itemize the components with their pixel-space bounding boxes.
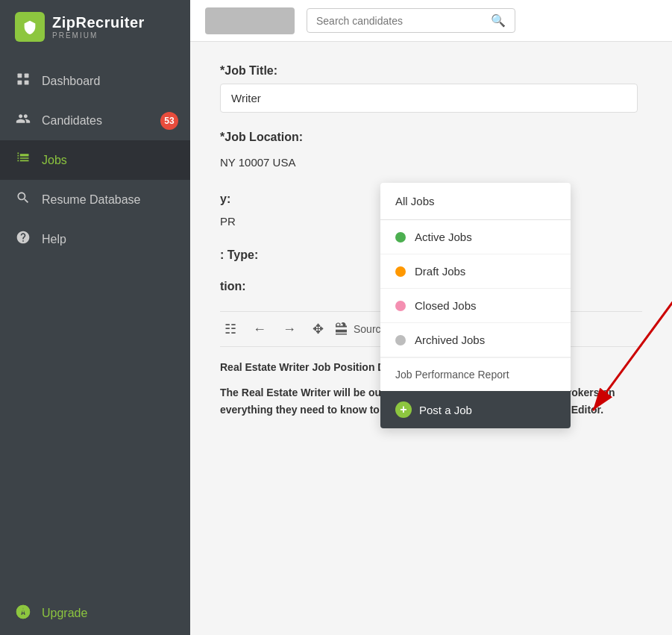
toolbar-back-icon[interactable]: ← <box>248 319 271 340</box>
job-title-label: *Job Title: <box>220 64 642 78</box>
candidates-badge: 53 <box>160 112 178 130</box>
dropdown-performance[interactable]: Job Performance Report <box>380 357 571 391</box>
logo-name: ZipRecruiter <box>52 14 145 31</box>
svg-rect-1 <box>25 74 29 78</box>
draft-jobs-label: Draft Jobs <box>415 265 465 278</box>
sidebar-item-candidates[interactable]: Candidates 53 <box>0 101 190 140</box>
dropdown-active-jobs[interactable]: Active Jobs <box>380 220 571 254</box>
dropdown-draft-jobs[interactable]: Draft Jobs <box>380 254 571 289</box>
closed-jobs-dot <box>395 301 406 311</box>
main-area: 🔍 *Job Title: Writer *Job Location: NY 1… <box>190 0 672 635</box>
job-location-label: *Job Location: <box>220 131 642 144</box>
toolbar-forward-icon[interactable]: → <box>278 319 301 340</box>
post-job-label: Post a Job <box>419 404 472 416</box>
sidebar-logo: ZipRecruiter PREMIUM <box>0 0 190 54</box>
sidebar-item-dashboard[interactable]: Dashboard <box>0 61 190 101</box>
dropdown-archived-jobs[interactable]: Archived Jobs <box>380 323 571 357</box>
sidebar-item-resume-database[interactable]: Resume Database <box>0 180 190 219</box>
jobs-dropdown[interactable]: All Jobs Active Jobs Draft Jobs Closed J… <box>380 183 571 428</box>
logo-tier: PREMIUM <box>52 31 145 40</box>
closed-jobs-label: Closed Jobs <box>415 299 477 312</box>
upgrade-icon <box>15 604 31 623</box>
dropdown-all-jobs[interactable]: All Jobs <box>380 183 571 220</box>
sidebar-item-dashboard-label: Dashboard <box>42 75 100 88</box>
archived-jobs-label: Archived Jobs <box>415 334 485 346</box>
sidebar: ZipRecruiter PREMIUM Dashboard Candidate… <box>0 0 190 635</box>
sidebar-item-help-label: Help <box>42 233 66 246</box>
svg-rect-3 <box>25 81 29 85</box>
sidebar-item-resume-database-label: Resume Database <box>42 193 141 207</box>
job-location-value: NY 10007 USA <box>220 150 642 175</box>
dropdown-post-job[interactable]: + Post a Job <box>380 391 571 428</box>
toolbar-expand-icon[interactable]: ✥ <box>308 318 328 340</box>
jobs-icon <box>15 151 31 169</box>
header: 🔍 <box>190 0 672 42</box>
archived-jobs-dot <box>395 335 406 345</box>
toolbar-list-icon[interactable]: ☷ <box>220 318 241 340</box>
svg-rect-2 <box>18 81 22 85</box>
help-icon <box>15 230 31 248</box>
job-location-section: *Job Location: NY 10007 USA <box>220 131 642 175</box>
sidebar-item-candidates-label: Candidates <box>42 114 102 128</box>
sidebar-nav: Dashboard Candidates 53 Jobs Resume Data… <box>0 54 190 592</box>
sidebar-upgrade[interactable]: Upgrade <box>0 592 190 635</box>
dropdown-closed-jobs[interactable]: Closed Jobs <box>380 289 571 323</box>
active-jobs-dot <box>395 232 406 243</box>
job-title-value[interactable]: Writer <box>220 84 638 113</box>
candidates-icon <box>15 111 31 130</box>
header-action-button[interactable] <box>205 7 295 34</box>
logo-text: ZipRecruiter PREMIUM <box>52 14 145 40</box>
active-jobs-label: Active Jobs <box>415 231 472 243</box>
draft-jobs-dot <box>395 266 406 277</box>
source-button[interactable]: Source <box>336 322 386 336</box>
upgrade-label: Upgrade <box>42 607 87 620</box>
dashboard-icon <box>15 72 31 90</box>
sidebar-item-help[interactable]: Help <box>0 219 190 259</box>
logo-icon <box>15 12 45 42</box>
search-input[interactable] <box>316 15 485 27</box>
resume-database-icon <box>15 190 31 209</box>
search-icon: 🔍 <box>491 13 506 28</box>
search-box[interactable]: 🔍 <box>307 8 515 33</box>
svg-rect-0 <box>18 74 22 78</box>
post-job-plus-icon: + <box>395 401 412 418</box>
sidebar-item-jobs-label: Jobs <box>42 154 67 167</box>
job-title-section: *Job Title: Writer <box>220 64 642 113</box>
sidebar-item-jobs[interactable]: Jobs <box>0 140 190 180</box>
